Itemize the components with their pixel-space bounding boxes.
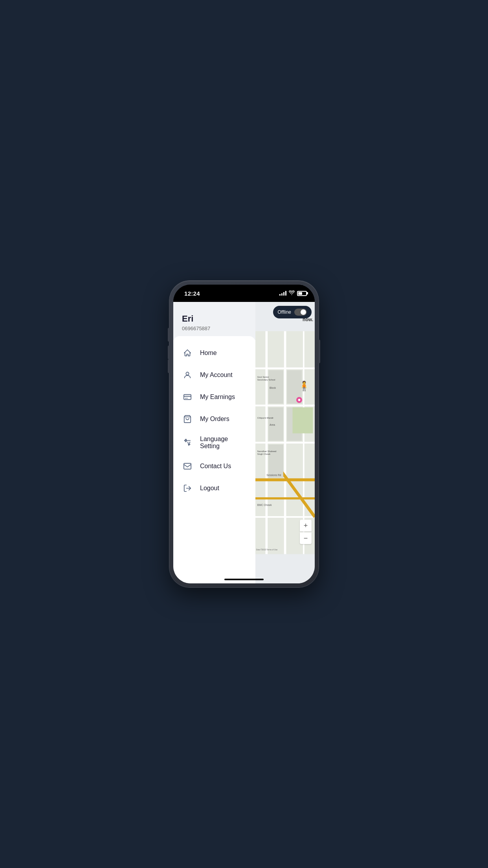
menu-panel: Eri 0696675887 Home (173, 302, 255, 583)
map-background: Block Area BMC Chowk Sessions Rd Govt Se… (255, 302, 315, 583)
battery-icon (297, 291, 307, 296)
toggle-switch[interactable] (294, 309, 307, 316)
contact-icon (182, 461, 193, 472)
map-controls: + − (300, 520, 312, 544)
menu-item-contact-us[interactable]: Contact Us (173, 455, 255, 477)
menu-item-language-setting[interactable]: Language Setting (173, 430, 255, 455)
svg-point-0 (186, 372, 189, 375)
notch (220, 285, 268, 296)
account-icon (182, 370, 193, 381)
menu-label-language-setting: Language Setting (200, 436, 247, 450)
svg-text:Namdhari Shaheed: Namdhari Shaheed (257, 450, 277, 452)
menu-label-my-account: My Account (200, 371, 233, 379)
toggle-knob (301, 309, 306, 315)
svg-rect-1 (184, 395, 191, 400)
language-icon (182, 437, 193, 448)
menu-item-home[interactable]: Home (173, 342, 255, 364)
svg-text:Sessions Rd: Sessions Rd (266, 474, 281, 476)
logout-icon (182, 483, 193, 494)
menu-label-contact-us: Contact Us (200, 463, 231, 470)
map-panel: Offline (255, 302, 315, 583)
phone-device: 12:24 (169, 281, 319, 587)
orders-icon (182, 414, 193, 425)
svg-text:Data ©2023  Terms of Use: Data ©2023 Terms of Use (256, 548, 278, 551)
svg-text:Secondary School: Secondary School (257, 379, 275, 381)
signal-icon (279, 291, 286, 296)
menu-label-my-orders: My Orders (200, 416, 229, 423)
svg-text:Block: Block (270, 386, 276, 389)
menu-item-logout[interactable]: Logout (173, 477, 255, 499)
user-name: Eri (182, 314, 247, 324)
offline-label: Offline (278, 309, 291, 315)
svg-rect-20 (268, 445, 283, 478)
menu-label-my-earnings: My Earnings (200, 394, 235, 401)
svg-text:Govt Senior: Govt Senior (257, 376, 269, 378)
map-zoom-in-button[interactable]: + (300, 520, 312, 531)
svg-text:Chitpurni Mandir: Chitpurni Mandir (257, 417, 274, 419)
menu-label-logout: Logout (200, 485, 219, 492)
earnings-icon (182, 392, 193, 403)
home-indicator (224, 579, 264, 580)
status-time: 12:24 (184, 290, 200, 297)
svg-text:Area: Area (270, 423, 275, 426)
user-header: Eri 0696675887 (173, 302, 255, 340)
menu-list: Home My Account (173, 336, 255, 583)
menu-item-my-account[interactable]: My Account (173, 364, 255, 386)
menu-item-my-orders[interactable]: My Orders (173, 408, 255, 430)
status-icons (279, 291, 307, 296)
svg-rect-21 (292, 407, 313, 433)
screen: Eri 0696675887 Home (173, 302, 315, 583)
svg-point-27 (298, 399, 300, 401)
svg-rect-3 (184, 463, 191, 469)
svg-text:BMC Chowk: BMC Chowk (257, 504, 272, 506)
map-zoom-out-button[interactable]: − (300, 532, 312, 544)
person-marker: 🧍 (298, 381, 310, 392)
menu-label-home: Home (200, 349, 217, 357)
svg-text:Singh Chowk: Singh Chowk (257, 453, 270, 455)
menu-item-my-earnings[interactable]: My Earnings (173, 386, 255, 408)
user-phone: 0696675887 (182, 326, 247, 331)
offline-toggle[interactable]: Offline (273, 306, 312, 318)
wifi-icon (289, 291, 295, 296)
home-icon (182, 348, 193, 359)
